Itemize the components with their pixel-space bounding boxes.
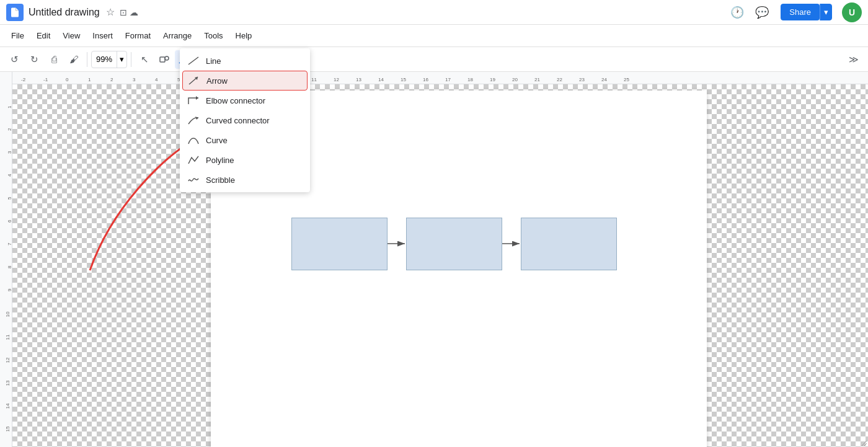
ruler-4: 4 <box>155 77 157 82</box>
curved-option-icon <box>187 114 200 126</box>
dropdown-item-line[interactable]: Line <box>180 51 310 71</box>
diagram-box-3[interactable] <box>521 218 617 270</box>
diagram-box-1[interactable] <box>291 218 388 270</box>
ruler-0: 0 <box>66 77 68 82</box>
comments-button[interactable]: 💬 <box>752 2 772 22</box>
print-icon: ⎙ <box>51 54 57 64</box>
menu-view[interactable]: View <box>56 29 86 43</box>
dropdown-item-arrow[interactable]: Arrow <box>182 71 308 91</box>
arrow-option-label: Arrow <box>206 76 228 86</box>
undo-button[interactable]: ↺ <box>5 50 24 69</box>
dropdown-item-scribble[interactable]: Scribble <box>180 170 310 190</box>
ruler-mark-14: 14 <box>5 404 11 409</box>
history-icon: 🕐 <box>730 6 744 19</box>
redo-button[interactable]: ↻ <box>25 50 43 69</box>
svg-line-17 <box>864 443 867 446</box>
share-dropdown-button[interactable]: ▾ <box>820 4 832 20</box>
menu-edit[interactable]: Edit <box>30 29 56 43</box>
scribble-option-icon <box>187 174 200 186</box>
curved-option-label: Curved connector <box>206 116 270 125</box>
ruler-13: 13 <box>356 77 361 82</box>
line-option-icon <box>187 55 200 67</box>
ruler-2: 2 <box>110 77 113 82</box>
menu-bar: File Edit View Insert Format Arrange Too… <box>0 25 868 47</box>
cursor-tool-button[interactable]: ↖ <box>135 50 154 69</box>
menu-tools[interactable]: Tools <box>198 29 229 43</box>
curve-option-label: Curve <box>206 136 228 145</box>
ruler-mark-10: 10 <box>5 312 11 317</box>
polyline-option-label: Polyline <box>206 156 234 165</box>
folder-icon[interactable]: ⊡ <box>120 7 127 17</box>
document-title[interactable]: Untitled drawing <box>29 7 100 18</box>
dropdown-item-polyline[interactable]: Polyline <box>180 150 310 170</box>
ruler-mark-13: 13 <box>5 381 11 386</box>
dropdown-item-elbow[interactable]: Elbow connector <box>180 91 310 110</box>
toolbar-separator-1 <box>87 52 87 67</box>
resize-handle[interactable] <box>859 438 867 446</box>
menu-help[interactable]: Help <box>229 29 259 43</box>
paint-format-button[interactable]: 🖌 <box>64 50 83 69</box>
diagram-box-2[interactable] <box>406 218 502 270</box>
print-button[interactable]: ⎙ <box>45 50 63 69</box>
share-button[interactable]: Share <box>781 4 820 20</box>
svg-line-16 <box>862 441 867 446</box>
dropdown-item-curved[interactable]: Curved connector <box>180 110 310 130</box>
title-bar: Untitled drawing ☆ ⊡ ☁ 🕐 💬 Share ▾ U <box>0 0 868 25</box>
ruler-16: 16 <box>423 77 428 82</box>
star-icon[interactable]: ☆ <box>106 6 115 18</box>
expand-button[interactable]: ≫ <box>844 50 863 69</box>
ruler-mark-15: 15 <box>5 427 11 432</box>
shapes-tool-button[interactable] <box>155 50 174 69</box>
ruler-mark-11: 11 <box>5 335 11 340</box>
undo-icon: ↺ <box>11 54 19 65</box>
ruler-mark-3: 3 <box>6 151 12 154</box>
expand-icon: ≫ <box>849 54 859 65</box>
ruler-21: 21 <box>534 77 540 82</box>
ruler-mark-1: 1 <box>6 106 12 108</box>
ruler-15: 15 <box>401 77 406 82</box>
top-ruler: -2 -1 0 1 2 3 4 5 6 7 8 9 10 11 12 13 14… <box>12 72 868 84</box>
left-ruler: 1 2 3 4 5 6 7 8 9 10 11 12 13 14 15 16 <box>0 72 12 447</box>
ruler-mark-7: 7 <box>6 243 12 246</box>
redo-icon: ↻ <box>30 54 38 65</box>
elbow-option-icon <box>187 94 200 107</box>
ruler-25: 25 <box>624 77 629 82</box>
comments-icon: 💬 <box>755 6 769 19</box>
svg-point-1 <box>165 56 169 60</box>
app-logo <box>6 4 24 21</box>
ruler-neg1: -1 <box>43 77 48 82</box>
shapes-icon <box>159 55 169 64</box>
line-option-label: Line <box>206 56 221 66</box>
ruler-mark-9: 9 <box>6 289 12 291</box>
ruler-mark-12: 12 <box>5 358 11 363</box>
svg-marker-9 <box>196 96 198 100</box>
history-button[interactable]: 🕐 <box>727 2 747 22</box>
elbow-option-label: Elbow connector <box>206 96 265 105</box>
menu-file[interactable]: File <box>5 29 30 43</box>
drawing-canvas[interactable] <box>12 84 868 447</box>
header-icons: 🕐 💬 Share ▾ U <box>727 2 862 22</box>
menu-format[interactable]: Format <box>119 29 157 43</box>
main-area: 1 2 3 4 5 6 7 8 9 10 11 12 13 14 15 16 -… <box>0 72 868 447</box>
menu-insert[interactable]: Insert <box>86 29 119 43</box>
ruler-20: 20 <box>512 77 518 82</box>
ruler-neg2: -2 <box>21 77 25 82</box>
cursor-icon: ↖ <box>141 54 149 65</box>
resize-icon <box>859 438 867 446</box>
zoom-value[interactable]: 99% <box>92 55 117 64</box>
polyline-option-icon <box>187 154 200 166</box>
menu-arrange[interactable]: Arrange <box>157 29 198 43</box>
line-dropdown-menu: Line Arrow Elbow connector Curved c <box>180 48 310 192</box>
ruler-24: 24 <box>601 77 607 82</box>
avatar[interactable]: U <box>842 2 862 22</box>
ruler-mark-8: 8 <box>6 266 12 268</box>
ruler-22: 22 <box>557 77 562 82</box>
svg-rect-0 <box>160 57 165 62</box>
ruler-23: 23 <box>579 77 585 82</box>
dropdown-item-curve[interactable]: Curve <box>180 130 310 150</box>
canvas-area: -2 -1 0 1 2 3 4 5 6 7 8 9 10 11 12 13 14… <box>12 72 868 447</box>
gdrive-icon[interactable]: ☁ <box>130 7 138 17</box>
zoom-dropdown-button[interactable]: ▾ <box>117 51 126 68</box>
ruler-3: 3 <box>133 77 135 82</box>
toolbar-separator-2 <box>131 52 131 67</box>
